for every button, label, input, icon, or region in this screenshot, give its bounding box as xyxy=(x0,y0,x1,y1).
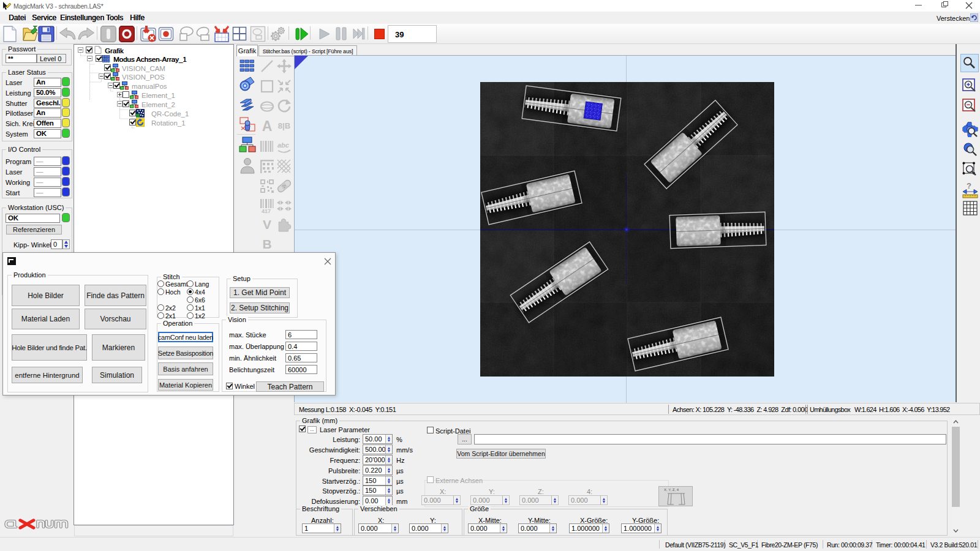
svg-text:417: 417 xyxy=(262,208,271,214)
svg-text:abc: abc xyxy=(277,141,289,149)
svg-text:?: ? xyxy=(967,181,971,190)
